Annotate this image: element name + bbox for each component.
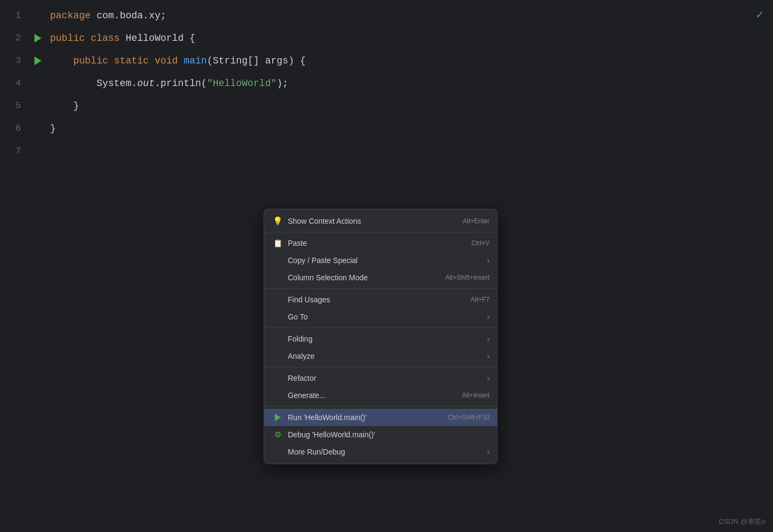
code-content: public static void main(String[] args) { bbox=[45, 49, 306, 72]
menu-item-arrow: › bbox=[487, 374, 490, 382]
menu-separator bbox=[264, 232, 497, 232]
line-number: 7 bbox=[0, 140, 30, 162]
menu-item-show-context-actions[interactable]: 💡Show Context ActionsAlt+Enter bbox=[264, 212, 497, 230]
menu-item-column-selection-mode[interactable]: Column Selection ModeAlt+Shift+Insert bbox=[264, 269, 497, 286]
menu-item-more-run-debug[interactable]: More Run/Debug› bbox=[264, 443, 497, 460]
code-content: System.out.println("HelloWorld"); bbox=[45, 72, 288, 95]
menu-item-label: Show Context Actions bbox=[288, 217, 463, 225]
menu-item-arrow: › bbox=[487, 352, 490, 360]
debug-icon: ⚙ bbox=[272, 430, 283, 439]
code-line: 2public class HelloWorld { bbox=[0, 27, 773, 49]
watermark: CSDN @寒笙o bbox=[719, 517, 765, 527]
menu-separator bbox=[264, 406, 497, 407]
menu-item-label: More Run/Debug bbox=[288, 448, 483, 456]
menu-item-run-helloworld[interactable]: Run 'HelloWorld.main()'Ctrl+Shift+F10 bbox=[264, 409, 497, 426]
menu-item-analyze[interactable]: Analyze› bbox=[264, 347, 497, 365]
menu-item-label: Column Selection Mode bbox=[288, 273, 445, 282]
menu-item-folding[interactable]: Folding› bbox=[264, 330, 497, 347]
menu-separator bbox=[264, 367, 497, 367]
code-line: 3 public static void main(String[] args)… bbox=[0, 49, 773, 72]
menu-item-label: Run 'HelloWorld.main()' bbox=[288, 413, 448, 422]
menu-item-go-to[interactable]: Go To› bbox=[264, 308, 497, 325]
menu-item-label: Go To bbox=[288, 313, 483, 321]
code-content: public class HelloWorld { bbox=[45, 27, 195, 49]
menu-item-arrow: › bbox=[487, 448, 490, 456]
menu-item-shortcut: Alt+Insert bbox=[462, 392, 490, 399]
line-number: 2 bbox=[0, 27, 30, 49]
run-gutter-icon[interactable] bbox=[30, 34, 45, 42]
menu-item-label: Debug 'HelloWorld.main()' bbox=[288, 430, 490, 439]
menu-item-find-usages[interactable]: Find UsagesAlt+F7 bbox=[264, 291, 497, 308]
menu-item-shortcut: Alt+Enter bbox=[463, 217, 490, 225]
line-number: 1 bbox=[0, 4, 30, 27]
code-line: 4 System.out.println("HelloWorld"); bbox=[0, 72, 773, 95]
menu-item-label: Refactor bbox=[288, 374, 483, 382]
menu-item-copy-paste-special[interactable]: Copy / Paste Special› bbox=[264, 252, 497, 269]
menu-item-label: Copy / Paste Special bbox=[288, 256, 483, 265]
code-line: 1package com.boda.xy; bbox=[0, 4, 773, 27]
menu-item-debug-helloworld[interactable]: ⚙Debug 'HelloWorld.main()' bbox=[264, 426, 497, 443]
bulb-icon: 💡 bbox=[272, 216, 283, 226]
clipboard-icon: 📋 bbox=[272, 239, 283, 247]
menu-item-shortcut: Alt+Shift+Insert bbox=[445, 274, 490, 281]
run-gutter-icon[interactable] bbox=[30, 56, 45, 65]
code-content: package com.boda.xy; bbox=[45, 4, 166, 27]
menu-item-generate[interactable]: Generate...Alt+Insert bbox=[264, 387, 497, 404]
code-line: 6} bbox=[0, 117, 773, 140]
code-content: } bbox=[45, 117, 56, 140]
code-content: } bbox=[45, 95, 79, 117]
menu-item-shortcut: Alt+F7 bbox=[471, 296, 490, 303]
menu-item-refactor[interactable]: Refactor› bbox=[264, 370, 497, 387]
menu-item-paste[interactable]: 📋PasteCtrl+V bbox=[264, 235, 497, 252]
line-number: 4 bbox=[0, 72, 30, 95]
line-number: 5 bbox=[0, 95, 30, 117]
code-line: 7 bbox=[0, 140, 773, 162]
line-number: 6 bbox=[0, 117, 30, 140]
menu-item-arrow: › bbox=[487, 256, 490, 265]
menu-item-arrow: › bbox=[487, 313, 490, 321]
menu-item-label: Analyze bbox=[288, 352, 483, 360]
line-number: 3 bbox=[0, 49, 30, 72]
menu-item-shortcut: Ctrl+V bbox=[471, 239, 490, 247]
menu-item-arrow: › bbox=[487, 335, 490, 343]
menu-separator bbox=[264, 288, 497, 289]
menu-separator bbox=[264, 328, 497, 328]
menu-item-label: Generate... bbox=[288, 391, 462, 400]
menu-item-shortcut: Ctrl+Shift+F10 bbox=[448, 414, 490, 421]
context-menu: 💡Show Context ActionsAlt+Enter📋PasteCtrl… bbox=[264, 209, 498, 464]
run-icon bbox=[272, 414, 283, 421]
menu-item-label: Folding bbox=[288, 335, 483, 343]
menu-item-label: Find Usages bbox=[288, 295, 471, 304]
code-line: 5 } bbox=[0, 95, 773, 117]
checkmark-icon: ✓ bbox=[756, 8, 763, 22]
code-lines: 1package com.boda.xy;2public class Hello… bbox=[0, 0, 773, 167]
menu-item-label: Paste bbox=[288, 239, 471, 247]
